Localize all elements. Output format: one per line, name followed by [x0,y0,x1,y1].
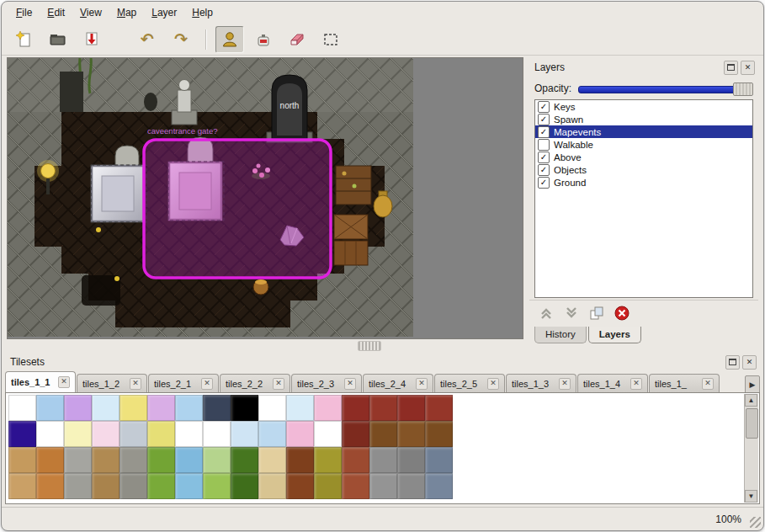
tileset-tile[interactable] [120,447,147,473]
tileset-tile[interactable] [92,447,120,473]
scroll-down-button[interactable]: ▼ [745,490,757,503]
tileset-tab-tiles_1_1[interactable]: tiles_1_1✕ [5,371,76,392]
layer-visibility-checkbox[interactable]: ✓ [538,164,550,176]
tileset-tile[interactable] [258,421,286,447]
tileset-tile[interactable] [203,395,231,421]
tileset-tile[interactable] [36,421,64,447]
tileset-tile[interactable] [258,447,286,473]
tileset-tile[interactable] [425,421,453,447]
raise-layer-button[interactable] [536,304,556,322]
tileset-tile[interactable] [203,473,231,499]
tileset-tile[interactable] [36,395,64,421]
tileset-tile[interactable] [92,395,120,421]
tileset-tile[interactable] [369,421,397,447]
opacity-slider[interactable] [578,82,753,94]
tileset-tile[interactable] [258,395,286,421]
tab-history[interactable]: History [534,327,587,343]
menu-help[interactable]: Help [184,4,220,21]
layer-visibility-checkbox[interactable]: ✓ [538,177,550,189]
scroll-handle[interactable] [746,408,758,439]
tileset-tile[interactable] [369,395,397,421]
tileset-tile[interactable] [342,447,369,473]
tileset-tile[interactable] [203,447,231,473]
tileset-tile[interactable] [8,421,36,447]
tileset-tile[interactable] [203,421,231,447]
tileset-tile[interactable] [175,473,203,499]
save-button[interactable] [77,26,106,53]
tileset-tile[interactable] [425,447,453,473]
tileset-tile[interactable] [314,421,342,447]
tileset-tile[interactable] [286,473,314,499]
layer-visibility-checkbox[interactable]: ✓ [538,101,550,113]
tab-layers[interactable]: Layers [588,327,641,343]
tileset-tile[interactable] [397,447,425,473]
float-panel-button[interactable] [724,61,738,75]
tileset-tile[interactable] [120,421,147,447]
tileset-tile[interactable] [175,421,203,447]
horizontal-splitter-handle[interactable] [358,341,381,351]
tileset-tile[interactable] [120,473,147,499]
layer-row-mapevents[interactable]: ✓Mapevents [535,125,752,138]
tileset-tile[interactable] [231,395,258,421]
undo-button[interactable]: ↶ [133,26,162,53]
tileset-tile[interactable] [8,395,36,421]
open-button[interactable] [44,26,72,53]
layer-row-keys[interactable]: ✓Keys [535,100,752,113]
tileset-tile[interactable] [231,473,258,499]
tileset-tile[interactable] [314,395,342,421]
tileset-tile[interactable] [175,395,203,421]
lower-layer-button[interactable] [561,304,582,322]
tileset-tile[interactable] [369,473,397,499]
tileset-tile[interactable] [64,395,92,421]
tileset-tab-tiles_1_[interactable]: tiles_1_✕ [649,374,720,392]
tileset-tile[interactable] [231,447,258,473]
float-panel-button[interactable] [725,355,740,370]
tileset-tab-tiles_2_5[interactable]: tiles_2_5✕ [434,374,505,392]
new-file-button[interactable] [10,26,39,53]
tab-close-icon[interactable]: ✕ [58,376,70,388]
tileset-tile[interactable] [92,473,120,499]
tileset-tile[interactable] [397,421,425,447]
tab-close-icon[interactable]: ✕ [201,378,213,390]
tab-close-icon[interactable]: ✕ [559,378,571,390]
layer-row-above[interactable]: ✓Above [535,151,752,163]
tileset-tab-tiles_2_2[interactable]: tiles_2_2✕ [220,374,290,392]
tab-close-icon[interactable]: ✕ [130,378,141,390]
resize-grip[interactable] [750,517,761,528]
tileset-tile[interactable] [147,421,175,447]
tileset-tile[interactable] [342,421,369,447]
tileset-tile[interactable] [342,395,369,421]
layer-row-walkable[interactable]: Walkable [535,138,752,151]
tileset-tile[interactable] [342,473,369,499]
tileset-tile[interactable] [36,473,64,499]
tileset-tile[interactable] [286,447,314,473]
tab-close-icon[interactable]: ✕ [630,378,642,390]
opacity-slider-handle[interactable] [733,82,753,96]
menu-file[interactable]: File [8,4,40,21]
tileset-tile[interactable] [286,421,314,447]
tileset-tile[interactable] [425,395,453,421]
tileset-tile[interactable] [369,447,397,473]
tileset-tile[interactable] [64,421,92,447]
tileset-tile[interactable] [175,447,203,473]
tileset-tile[interactable] [397,395,425,421]
tileset-tile[interactable] [147,473,175,499]
scroll-up-button[interactable]: ▲ [745,394,757,407]
menu-layer[interactable]: Layer [144,4,184,21]
tileset-tile[interactable] [147,447,175,473]
tab-close-icon[interactable]: ✕ [273,378,284,390]
fill-tool-button[interactable] [249,26,278,53]
tileset-tile[interactable] [64,447,92,473]
delete-layer-button[interactable] [612,304,632,322]
layer-visibility-checkbox[interactable]: ✓ [538,114,550,125]
tileset-tab-tiles_1_3[interactable]: tiles_1_3✕ [506,374,576,392]
event-selection-rect[interactable] [144,140,331,278]
close-panel-button[interactable]: ✕ [741,61,755,75]
tileset-tab-tiles_2_4[interactable]: tiles_2_4✕ [363,374,433,392]
duplicate-layer-button[interactable] [587,304,607,322]
layer-visibility-checkbox[interactable]: ✓ [538,126,550,138]
menu-view[interactable]: View [72,4,109,21]
tab-close-icon[interactable]: ✕ [487,378,499,390]
tileset-tile[interactable] [231,421,258,447]
tileset-tile[interactable] [36,447,64,473]
